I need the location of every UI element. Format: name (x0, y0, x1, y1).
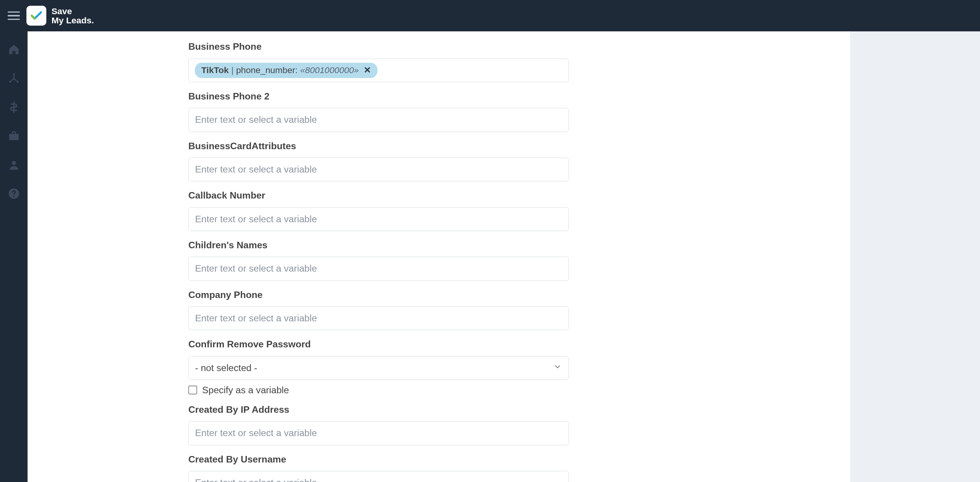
chip-source: TikTok (201, 65, 229, 75)
label-business-phone-2: Business Phone 2 (188, 91, 825, 102)
chip-value: «8001000000» (300, 65, 359, 75)
field-confirm-remove-password: Confirm Remove Password - not selected -… (188, 339, 825, 396)
svg-point-3 (16, 80, 18, 82)
specify-variable-label[interactable]: Specify as a variable (202, 385, 289, 396)
field-business-phone: Business Phone TikTok | phone_number: «8… (188, 41, 825, 82)
label-created-by-username: Created By Username (188, 454, 825, 465)
input-company-phone[interactable] (188, 306, 569, 330)
svg-point-1 (13, 73, 15, 75)
brand-logo-icon (26, 6, 46, 26)
svg-point-7 (13, 196, 14, 197)
field-company-phone: Company Phone (188, 290, 825, 331)
input-created-by-ip[interactable] (188, 421, 569, 445)
label-confirm-remove-password: Confirm Remove Password (188, 339, 825, 350)
label-business-phone: Business Phone (188, 41, 825, 52)
chip-remove-icon[interactable]: ✕ (364, 65, 371, 75)
chevron-down-icon (553, 362, 562, 374)
field-created-by-ip: Created By IP Address (188, 404, 825, 445)
textinput-created-by-username[interactable] (195, 477, 562, 482)
textinput-business-card-attributes[interactable] (195, 164, 562, 175)
label-childrens-names: Children's Names (188, 240, 825, 251)
input-business-phone[interactable]: TikTok | phone_number: «8001000000» ✕ (188, 59, 569, 82)
svg-point-5 (12, 161, 16, 165)
input-business-phone-2[interactable] (188, 108, 569, 132)
field-created-by-username: Created By Username (188, 454, 825, 482)
textinput-company-phone[interactable] (195, 313, 562, 324)
field-childrens-names: Children's Names (188, 240, 825, 281)
specify-variable-row: Specify as a variable (188, 385, 569, 396)
field-callback-number: Callback Number (188, 190, 825, 231)
brand-line1: Save (51, 7, 94, 16)
textinput-business-phone-2[interactable] (195, 114, 562, 125)
help-icon[interactable] (7, 187, 21, 201)
menu-toggle[interactable] (5, 7, 23, 24)
select-value: - not selected - (195, 363, 257, 373)
topbar: Save My Leads. i LEADS usage: 52 of 5'00… (0, 0, 980, 31)
field-business-card-attributes: BusinessCardAttributes (188, 141, 825, 182)
textinput-childrens-names[interactable] (195, 263, 562, 274)
select-confirm-remove-password[interactable]: - not selected - (188, 356, 569, 380)
label-company-phone: Company Phone (188, 290, 825, 300)
variable-chip: TikTok | phone_number: «8001000000» ✕ (195, 63, 377, 78)
brand[interactable]: Save My Leads. (26, 6, 94, 26)
billing-icon[interactable] (7, 100, 21, 114)
label-callback-number: Callback Number (188, 190, 825, 201)
form-card: Business Phone TikTok | phone_number: «8… (28, 31, 850, 482)
svg-point-2 (9, 80, 11, 82)
home-icon[interactable] (7, 43, 21, 57)
chip-key: phone_number: (236, 65, 298, 75)
input-childrens-names[interactable] (188, 257, 569, 280)
label-created-by-ip: Created By IP Address (188, 404, 825, 415)
textinput-callback-number[interactable] (195, 214, 562, 225)
input-business-card-attributes[interactable] (188, 158, 569, 181)
sidebar (0, 31, 28, 482)
label-business-card-attributes: BusinessCardAttributes (188, 141, 825, 151)
specify-variable-checkbox[interactable] (188, 386, 197, 394)
chip-separator: | (231, 65, 234, 75)
brand-line2: My Leads. (51, 16, 94, 25)
connections-icon[interactable] (7, 72, 21, 85)
user-icon[interactable] (7, 158, 21, 172)
brand-text: Save My Leads. (51, 7, 94, 25)
briefcase-icon[interactable] (7, 129, 21, 143)
input-callback-number[interactable] (188, 207, 569, 231)
field-business-phone-2: Business Phone 2 (188, 91, 825, 132)
input-created-by-username[interactable] (188, 471, 569, 482)
content-area: Business Phone TikTok | phone_number: «8… (28, 31, 980, 482)
textinput-created-by-ip[interactable] (195, 428, 562, 438)
svg-rect-4 (9, 134, 19, 140)
